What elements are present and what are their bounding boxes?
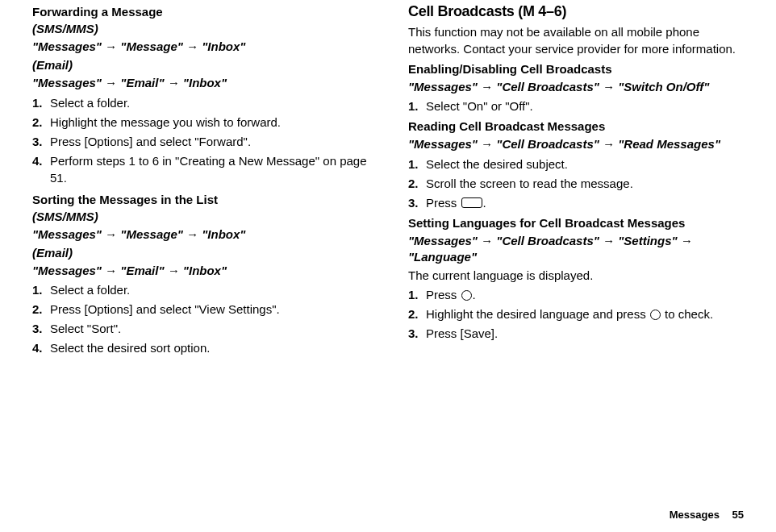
step-number: 2. <box>32 114 50 131</box>
nav-path-enable: "Messages" → "Cell Broadcasts" → "Switch… <box>408 79 744 95</box>
step-text: Press . <box>426 286 744 303</box>
step-text: Select a folder. <box>50 94 368 111</box>
step-number: 1. <box>408 156 426 172</box>
step-text: Select the desired sort option. <box>50 339 368 356</box>
step-text: Select "On" or "Off". <box>426 98 744 114</box>
email-label: (Email) <box>32 58 368 72</box>
sms-mms-label: (SMS/MMS) <box>32 22 368 35</box>
enable-steps: 1.Select "On" or "Off". <box>408 98 744 114</box>
step-text: Select a folder. <box>50 281 368 298</box>
page-footer: Messages 55 <box>670 509 744 521</box>
step-text: Scroll the screen to read the message. <box>426 175 744 192</box>
enable-heading: Enabling/Disabling Cell Broadcasts <box>408 62 744 76</box>
right-column: Cell Broadcasts (M 4–6) This function ma… <box>408 3 744 356</box>
center-key-icon <box>461 290 472 301</box>
step-number: 2. <box>32 301 50 318</box>
languages-heading: Setting Languages for Cell Broadcast Mes… <box>408 216 744 230</box>
cell-broadcasts-heading: Cell Broadcasts (M 4–6) <box>408 3 744 20</box>
step-text: Press [Options] and select "Forward". <box>50 133 368 150</box>
step-number: 2. <box>408 175 426 192</box>
nav-path-sms: "Messages" → "Message" → "Inbox" <box>32 227 368 243</box>
text-after: to check. <box>661 307 713 321</box>
email-label: (Email) <box>32 246 368 260</box>
step-number: 3. <box>32 133 50 150</box>
step-text: Perform steps 1 to 6 in "Creating a New … <box>50 152 368 186</box>
cell-broadcasts-intro: This function may not be available on al… <box>408 23 744 57</box>
step-number: 2. <box>408 305 426 322</box>
center-key-icon <box>650 310 661 320</box>
step-number: 3. <box>408 194 426 211</box>
text-before: Press <box>426 196 461 210</box>
text-before: Press <box>426 288 461 301</box>
text-after: . <box>473 288 476 301</box>
step-number: 1. <box>408 98 426 114</box>
step-text: Press [Options] and select "View Setting… <box>50 301 368 318</box>
nav-path-email: "Messages" → "Email" → "Inbox" <box>32 75 368 91</box>
step-number: 4. <box>32 339 50 356</box>
nav-path-email: "Messages" → "Email" → "Inbox" <box>32 263 368 279</box>
step-text: Press [Save]. <box>426 325 744 342</box>
step-number: 1. <box>408 286 426 303</box>
nav-path-languages: "Messages" → "Cell Broadcasts" → "Settin… <box>408 233 744 266</box>
forwarding-steps: 1.Select a folder. 2.Highlight the messa… <box>32 94 368 186</box>
sorting-steps: 1.Select a folder. 2.Press [Options] and… <box>32 281 368 356</box>
step-text: Highlight the message you wish to forwar… <box>50 114 368 131</box>
step-number: 1. <box>32 281 50 298</box>
footer-section-label: Messages <box>670 509 720 521</box>
sorting-heading: Sorting the Messages in the List <box>32 193 368 206</box>
sms-mms-label: (SMS/MMS) <box>32 210 368 223</box>
text-before: Highlight the desired language and press <box>426 307 649 321</box>
footer-page-number: 55 <box>732 509 744 521</box>
step-text: Select "Sort". <box>50 320 368 337</box>
step-number: 3. <box>32 320 50 337</box>
forwarding-heading: Forwarding a Message <box>32 5 368 19</box>
menu-code: (M 4–6) <box>515 3 567 19</box>
heading-text: Cell Broadcasts <box>408 3 515 19</box>
step-number: 4. <box>32 152 50 169</box>
step-number: 3. <box>408 325 426 342</box>
reading-heading: Reading Cell Broadcast Messages <box>408 119 744 133</box>
languages-steps: 1.Press . 2.Highlight the desired langua… <box>408 286 744 342</box>
step-text: Press . <box>426 194 744 211</box>
step-number: 1. <box>32 94 50 111</box>
reading-steps: 1.Select the desired subject. 2.Scroll t… <box>408 156 744 211</box>
nav-path-sms: "Messages" → "Message" → "Inbox" <box>32 39 368 55</box>
back-key-icon <box>461 197 482 208</box>
step-text: Select the desired subject. <box>426 156 744 172</box>
text-after: . <box>483 196 486 210</box>
languages-intro: The current language is displayed. <box>408 267 744 284</box>
step-text: Highlight the desired language and press… <box>426 305 744 322</box>
nav-path-reading: "Messages" → "Cell Broadcasts" → "Read M… <box>408 136 744 152</box>
left-column: Forwarding a Message (SMS/MMS) "Messages… <box>32 3 368 356</box>
